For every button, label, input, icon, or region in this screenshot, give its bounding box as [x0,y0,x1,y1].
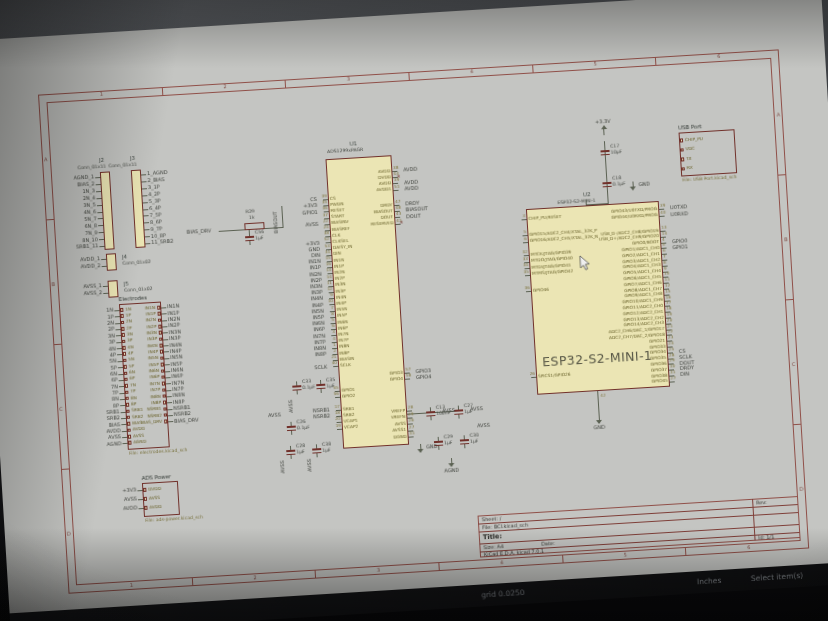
sheet-pin[interactable] [122,346,126,350]
sheet-pin[interactable] [161,369,165,373]
pin-number: 9 [324,293,333,298]
sheet-pin[interactable] [163,413,167,417]
sheet-pin[interactable] [121,327,125,331]
sheet-pin[interactable] [127,428,131,432]
sheet-pin[interactable] [162,394,166,398]
pin-number: 32 [518,250,527,255]
kicad-schematic-canvas[interactable]: Sheet: / File: BCI.kicad_sch Title: Size… [0,0,828,621]
sheet-pin[interactable] [143,488,147,492]
sheet-pin[interactable] [121,333,125,337]
sheet-pin[interactable] [120,321,124,325]
pin-name: BIASIN [340,357,355,362]
sheet-pin[interactable] [158,325,162,329]
sheet-pin[interactable] [127,422,131,426]
sheet-pin[interactable] [159,350,163,354]
sheet-pin[interactable] [123,365,127,369]
sheet-pin[interactable] [679,138,683,142]
frame-column-number: 2 [223,84,226,89]
cap-stub [321,389,322,393]
frame-column-number: 6 [717,54,720,59]
sheet-pin[interactable] [681,167,685,171]
net-label[interactable]: 9_7P [150,226,162,232]
net-label[interactable]: GPIO4 [416,375,432,381]
net-label[interactable]: U0RXD [670,211,688,217]
sheet-pin[interactable] [159,337,163,341]
sheet-pin[interactable] [157,306,161,310]
sheet-pin[interactable] [126,416,130,420]
sheet-pin[interactable] [144,506,148,510]
frame-row-letter: D [67,531,71,536]
sheet-pin[interactable] [127,435,131,439]
sheet-pin[interactable] [125,397,129,401]
net-label[interactable]: 42 [600,394,606,399]
connector-J4[interactable] [106,253,117,271]
sheet-pin[interactable] [126,409,130,413]
power-flag-GND[interactable]: GND [426,444,438,450]
cap-stub [464,444,465,448]
sheet-pin[interactable] [158,331,162,335]
sheet-pin[interactable] [124,384,128,388]
capacitor-value: 0.1µF [302,385,315,390]
sheet-pin[interactable] [124,378,128,382]
sheet-pin[interactable] [126,403,130,407]
pin-number: 37 [319,213,328,218]
sheet-pin[interactable] [164,420,168,424]
sheet-pin[interactable] [123,359,127,363]
pin-number: 39 [394,178,400,183]
sheet-pin[interactable] [159,344,163,348]
net-label[interactable]: AVSS [268,412,281,418]
net-label[interactable]: 5_3P [149,198,161,204]
net-label[interactable]: GPIO1 [672,244,688,250]
sheet-pin[interactable] [122,340,126,344]
net-label[interactable]: 3_1P [148,185,160,191]
net-label[interactable]: AVSS [288,400,294,413]
pin-number: 27 [670,376,676,381]
net-label[interactable]: AVSS [280,460,286,473]
sheet-pin[interactable] [163,407,167,411]
power-flag-GND[interactable]: GND [638,181,650,187]
sheet-pin[interactable] [161,382,165,386]
sheet-pin[interactable] [680,148,684,152]
pin-number: 5 [662,243,665,247]
net-label[interactable]: AVDD [404,185,419,191]
ground-arrow-icon [417,449,423,453]
net-label[interactable]: 7_5P [149,212,161,218]
pin-number: 6 [663,249,666,253]
net-label[interactable]: BIAS_DRV [174,417,199,423]
sheet-pin[interactable] [160,363,164,367]
pin-number: 48 [396,206,402,211]
sheet-pin[interactable] [122,352,126,356]
net-label[interactable]: DOUT [406,213,421,219]
sheet-pin[interactable] [160,356,164,360]
pin-name: CS [330,196,336,201]
sheet-pin[interactable] [157,318,161,322]
sheet-pin[interactable] [125,390,129,394]
sheet-pin[interactable] [681,158,685,162]
sheet-pin[interactable] [161,375,165,379]
net-label[interactable]: DIN [680,372,689,378]
net-label[interactable]: IN3P [169,336,181,342]
monitor-screen: Sheet: / File: BCI.kicad_sch Title: Size… [0,0,828,621]
sheet-pin[interactable] [124,371,128,375]
net-label[interactable]: IN5N [170,355,182,361]
net-label[interactable]: 6_4P [149,205,161,211]
sheet-pin[interactable] [120,308,124,312]
sheet-pin[interactable] [143,497,147,501]
sheet-pin[interactable] [128,441,132,445]
pin-name: IN8P [339,351,349,356]
sheet-pin[interactable] [162,388,166,392]
net-label[interactable]: AVSS [307,459,313,472]
no-connect-icon: ✕ [399,221,403,226]
net-label[interactable]: 8_6P [150,219,162,225]
connector-J5[interactable] [108,280,119,298]
cap-stub [458,415,459,419]
net-label[interactable]: AVSS [442,408,455,414]
sheet-pin[interactable] [162,401,166,405]
net-label[interactable]: AVSS [477,423,490,429]
net-label[interactable]: AVSS [470,406,483,412]
net-label[interactable]: 2_BIAS [147,177,164,183]
net-label[interactable]: AVDD [403,167,418,173]
sheet-pin[interactable] [157,312,161,316]
sheet-pin[interactable] [120,314,124,318]
net-label[interactable]: 4_2P [148,191,160,197]
